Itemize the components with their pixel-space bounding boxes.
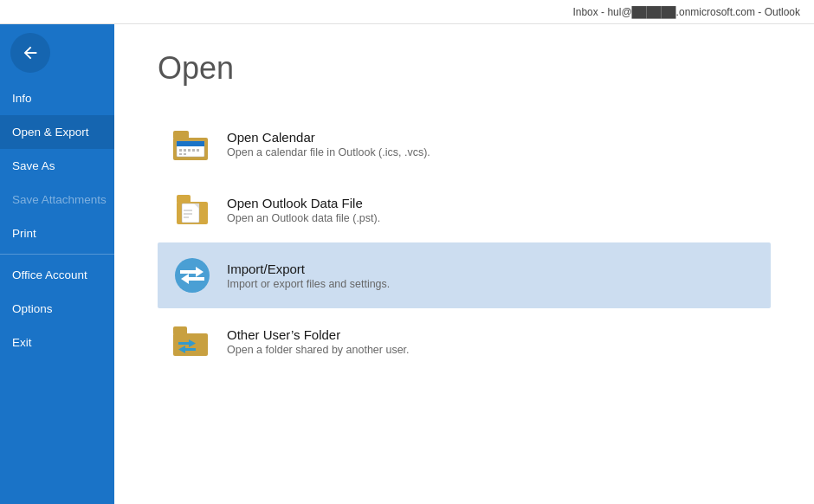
svg-rect-4 xyxy=(179,149,182,152)
svg-rect-13 xyxy=(182,204,199,223)
svg-rect-10 xyxy=(184,153,186,155)
svg-rect-9 xyxy=(179,153,182,155)
svg-rect-25 xyxy=(178,342,189,345)
svg-rect-8 xyxy=(197,149,199,152)
svg-rect-1 xyxy=(173,131,189,139)
menu-item-import-export-label: Import/Export xyxy=(227,262,390,276)
menu-item-open-outlook-data-label: Open Outlook Data File xyxy=(227,196,380,210)
menu-item-other-users-folder-label: Other User’s Folder xyxy=(227,327,410,342)
svg-rect-12 xyxy=(177,195,191,204)
svg-rect-7 xyxy=(192,149,195,152)
back-button[interactable] xyxy=(10,33,50,73)
page-title: Open xyxy=(158,50,771,87)
back-icon xyxy=(21,43,40,62)
sidebar-divider xyxy=(0,254,114,255)
menu-item-open-calendar-text: Open Calendar Open a calendar file in Ou… xyxy=(227,130,430,158)
folder-data-icon xyxy=(171,189,213,230)
title-text: Inbox - hul@██████.onmicrosoft.com - Out… xyxy=(572,6,800,18)
svg-rect-6 xyxy=(188,149,191,152)
svg-point-18 xyxy=(175,258,210,293)
menu-item-open-calendar[interactable]: Open Calendar Open a calendar file in Ou… xyxy=(158,111,771,177)
sidebar-item-save-attachments: Save Attachments xyxy=(0,183,114,216)
svg-rect-27 xyxy=(185,348,196,351)
sidebar-item-exit[interactable]: Exit xyxy=(0,326,114,359)
content-area: Open xyxy=(114,24,814,504)
other-folder-icon xyxy=(171,320,213,362)
title-bar: Inbox - hul@██████.onmicrosoft.com - Out… xyxy=(0,0,814,24)
sidebar-item-open-export[interactable]: Open & Export xyxy=(0,115,114,149)
menu-item-open-outlook-data-text: Open Outlook Data File Open an Outlook d… xyxy=(227,196,380,224)
svg-rect-5 xyxy=(184,149,186,152)
menu-item-other-users-folder[interactable]: Other User’s Folder Open a folder shared… xyxy=(158,308,771,374)
sidebar-item-options[interactable]: Options xyxy=(0,292,114,326)
menu-item-import-export[interactable]: Import/Export Import or export files and… xyxy=(158,242,771,308)
sidebar-item-office-account[interactable]: Office Account xyxy=(0,258,114,292)
menu-list: Open Calendar Open a calendar file in Ou… xyxy=(158,111,771,374)
menu-item-other-users-folder-text: Other User’s Folder Open a folder shared… xyxy=(227,327,410,356)
svg-rect-24 xyxy=(173,326,187,335)
sidebar-item-print[interactable]: Print xyxy=(0,216,114,250)
sidebar-item-info[interactable]: Info xyxy=(0,81,114,115)
calendar-icon xyxy=(171,123,213,165)
menu-item-open-outlook-data-desc: Open an Outlook data file (.pst). xyxy=(227,212,380,224)
main-layout: Info Open & Export Save As Save Attachme… xyxy=(0,24,814,504)
menu-item-open-calendar-label: Open Calendar xyxy=(227,130,430,145)
svg-rect-3 xyxy=(177,141,204,146)
sidebar-item-save-as[interactable]: Save As xyxy=(0,149,114,183)
svg-rect-21 xyxy=(189,277,204,281)
menu-item-import-export-text: Import/Export Import or export files and… xyxy=(227,262,390,290)
import-export-icon xyxy=(171,255,213,296)
sidebar: Info Open & Export Save As Save Attachme… xyxy=(0,24,114,504)
menu-item-open-outlook-data[interactable]: Open Outlook Data File Open an Outlook d… xyxy=(158,177,771,242)
menu-item-open-calendar-desc: Open a calendar file in Outlook (.ics, .… xyxy=(227,146,430,158)
svg-rect-19 xyxy=(180,270,196,274)
menu-item-other-users-folder-desc: Open a folder shared by another user. xyxy=(227,344,410,356)
menu-item-import-export-desc: Import or export files and settings. xyxy=(227,278,390,290)
